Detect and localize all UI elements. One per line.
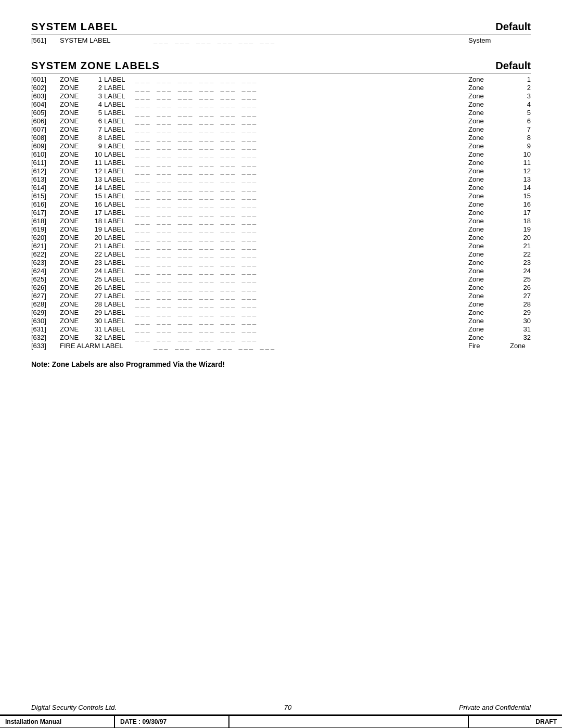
zone-entry-row: [620]ZONE20LABEL___ ___ ___ ___ ___ ___Z… (31, 234, 531, 241)
zone-entry-row: [603]ZONE3LABEL___ ___ ___ ___ ___ ___Zo… (31, 92, 531, 100)
entry-label: LABEL (104, 234, 130, 241)
entry-default2: 16 (510, 200, 531, 208)
system-label-default-header: Default (495, 21, 531, 33)
entry-label: LABEL (104, 167, 130, 175)
entry-default1: Zone (468, 159, 497, 167)
entry-code: [622] (31, 250, 60, 258)
entry-default1: Zone (468, 117, 497, 125)
zone-entry-row: [602]ZONE2LABEL___ ___ ___ ___ ___ ___Zo… (31, 84, 531, 92)
entry-default: Zone26 (468, 284, 531, 291)
zone-entry-row: [601]ZONE1LABEL___ ___ ___ ___ ___ ___Zo… (31, 75, 531, 83)
entry-dashes: ___ ___ ___ ___ ___ ___ (130, 259, 468, 266)
entry-zone-type: ZONE (60, 125, 88, 133)
entry-default: Zone27 (468, 292, 531, 300)
entry-zone-num: 3 (88, 92, 104, 100)
entry-zone-type: ZONE (60, 142, 88, 150)
entry-default2: 24 (510, 267, 531, 275)
entry-default: Zone5 (468, 109, 531, 117)
entry-label: LABEL (104, 259, 130, 266)
entry-default1: Zone (468, 325, 497, 333)
entry-zone-type: ZONE (60, 309, 88, 316)
entry-zone-type: ZONE (60, 159, 88, 167)
entry-default2: 12 (510, 167, 531, 175)
entry-default1: Zone (468, 259, 497, 266)
entry-code: [626] (31, 284, 60, 291)
entry-default2: 17 (510, 209, 531, 216)
entry-zone-num: 18 (88, 217, 104, 225)
entry-zone-num: 30 (88, 317, 104, 325)
entry-dashes: ___ ___ ___ ___ ___ ___ (148, 342, 468, 350)
entry-zone-num: 21 (88, 242, 104, 250)
entry-zone-num: 7 (88, 125, 104, 133)
entry-default1: Zone (468, 250, 497, 258)
system-default-word: System (468, 36, 491, 44)
entry-code: [625] (31, 275, 60, 283)
note-text: Note: Zone Labels are also Programmed Vi… (31, 360, 225, 368)
entry-default1: Zone (468, 209, 497, 216)
entry-dashes: ___ ___ ___ ___ ___ ___ (130, 151, 468, 158)
entry-default2: 29 (510, 309, 531, 316)
entry-code: [608] (31, 134, 60, 142)
entry-dashes: ___ ___ ___ ___ ___ ___ (130, 251, 468, 258)
entry-zone-num: 5 (88, 109, 104, 117)
entry-zone-num: 24 (88, 267, 104, 275)
entry-default1: Zone (468, 109, 497, 117)
entry-zone-type: ZONE (60, 292, 88, 300)
entry-default2: 15 (510, 192, 531, 200)
entry-zone-type: ZONE (60, 167, 88, 175)
entry-label: LABEL (104, 192, 130, 200)
entry-label: LABEL (104, 267, 130, 275)
entry-dashes: ___ ___ ___ ___ ___ ___ (130, 226, 468, 233)
entry-default1: Zone (468, 75, 497, 83)
entry-default1: Zone (468, 125, 497, 133)
entry-default: Zone4 (468, 100, 531, 108)
entry-default2: 8 (510, 134, 531, 142)
zone-entry-row: [609]ZONE9LABEL___ ___ ___ ___ ___ ___Zo… (31, 142, 531, 150)
entry-default: Zone20 (468, 234, 531, 241)
entry-default2: 14 (510, 184, 531, 191)
entry-label: LABEL (104, 209, 130, 216)
entry-code: [604] (31, 100, 60, 108)
zone-entry-row: [616]ZONE16LABEL___ ___ ___ ___ ___ ___Z… (31, 200, 531, 208)
entry-label: LABEL (104, 309, 130, 316)
entry-zone-type: ZONE (60, 200, 88, 208)
entry-zone-num: 4 (88, 100, 104, 108)
entry-dashes: ___ ___ ___ ___ ___ ___ (130, 201, 468, 208)
entry-code: [631] (31, 325, 60, 333)
entry-dashes: ___ ___ ___ ___ ___ ___ (130, 101, 468, 108)
zone-entry-row: [611]ZONE11LABEL___ ___ ___ ___ ___ ___Z… (31, 159, 531, 167)
entry-default1: Zone (468, 309, 497, 316)
system-label-dashes: ___ ___ ___ ___ ___ ___ (148, 37, 468, 44)
entry-label: LABEL (104, 184, 130, 191)
entry-default1: Zone (468, 200, 497, 208)
entry-type: FIRE ALARM LABEL (60, 342, 148, 350)
entry-code: [621] (31, 242, 60, 250)
entry-default: Zone32 (468, 334, 531, 341)
entry-dashes: ___ ___ ___ ___ ___ ___ (130, 242, 468, 250)
note-section: Note: Zone Labels are also Programmed Vi… (31, 360, 531, 368)
entry-zone-type: ZONE (60, 259, 88, 266)
entry-label: LABEL (104, 250, 130, 258)
entry-zone-num: 19 (88, 225, 104, 233)
footer-date-label: DATE : (120, 718, 140, 725)
entry-default1: Zone (468, 175, 497, 183)
entry-zone-num: 20 (88, 234, 104, 241)
entry-label: LABEL (104, 142, 130, 150)
entry-default: Zone22 (468, 250, 531, 258)
entry-zone-type: ZONE (60, 242, 88, 250)
entry-zone-num: 14 (88, 184, 104, 191)
entry-code: [603] (31, 92, 60, 100)
entry-code: [624] (31, 267, 60, 275)
entry-zone-type: ZONE (60, 209, 88, 216)
entry-default: Zone24 (468, 267, 531, 275)
zone-entry-row: [624]ZONE24LABEL___ ___ ___ ___ ___ ___Z… (31, 267, 531, 275)
entry-default1: Zone (468, 242, 497, 250)
entry-zone-num: 8 (88, 134, 104, 142)
entry-zone-type: ZONE (60, 134, 88, 142)
entry-default: Zone6 (468, 117, 531, 125)
entry-default: Zone10 (468, 150, 531, 158)
entry-default1: Fire (468, 342, 497, 350)
zone-entry-row: [632]ZONE32LABEL___ ___ ___ ___ ___ ___Z… (31, 334, 531, 341)
entry-code: [613] (31, 175, 60, 183)
entry-default1: Zone (468, 84, 497, 92)
